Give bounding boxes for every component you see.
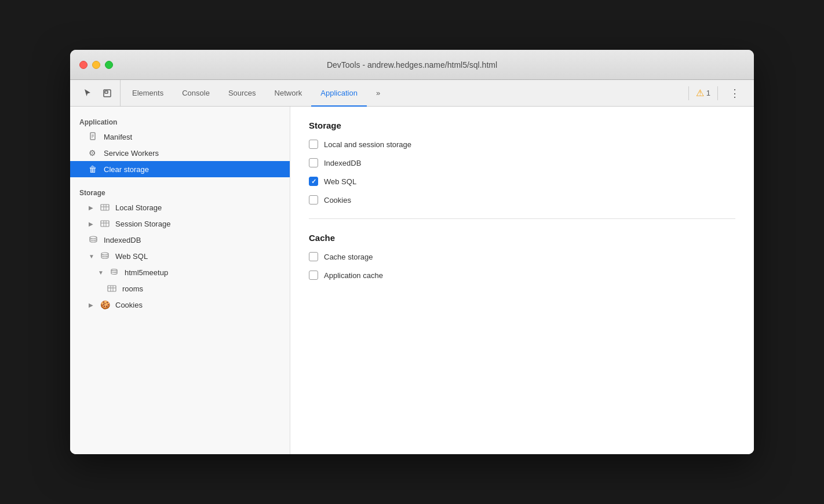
svg-rect-17 [108,286,116,291]
toolbar-divider [688,86,689,100]
cache-section: Cache Cache storage Application cache [309,218,735,280]
indexeddb-label: IndexedDB [104,236,141,244]
web-sql-item[interactable]: Web SQL [309,177,735,186]
cache-storage-label: Cache storage [324,253,373,261]
sidebar-item-cookies[interactable]: ▶ 🍪 Cookies [70,297,290,313]
indexeddb-label: IndexedDB [324,159,361,167]
toolbar-divider2 [717,86,718,100]
clear-storage-label: Clear storage [104,165,149,174]
web-sql-label: Web SQL [324,177,356,186]
sidebar: Application Manifest ⚙ Service Workers [70,107,290,454]
more-options-button[interactable]: ⋮ [725,85,745,102]
traffic-lights [79,61,113,69]
minimize-button[interactable] [92,61,100,69]
cursor-icon[interactable] [79,85,96,101]
nav-tabs: Elements Console Sources Network Applica… [123,80,681,106]
expand-arrow-local-storage: ▶ [89,204,96,211]
toolbar-icon-group [75,80,121,106]
rooms-label: rooms [122,284,143,293]
tab-elements[interactable]: Elements [123,81,173,107]
maximize-button[interactable] [105,61,113,69]
manifest-label: Manifest [104,133,132,141]
tab-more[interactable]: » [367,81,389,107]
window-title: DevTools - andrew.hedges.name/html5/sql.… [327,60,497,70]
sidebar-item-manifest[interactable]: Manifest [70,129,290,145]
sidebar-storage-section-label: Storage [70,184,290,199]
trash-icon: 🗑 [89,165,99,174]
warning-icon: ⚠ [696,87,704,98]
sidebar-item-clear-storage[interactable]: 🗑 Clear storage [70,161,290,177]
svg-point-14 [90,236,97,239]
table-icon-session [100,219,111,228]
svg-rect-1 [105,91,108,93]
cookies-label: Cookies [324,196,351,204]
content-panel: Storage Local and session storage Indexe… [290,107,754,454]
sidebar-item-html5meetup[interactable]: ▼ html5meetup [70,264,290,280]
db-icon-indexed [89,235,99,244]
app-cache-checkbox[interactable] [309,271,318,280]
tab-application[interactable]: Application [311,81,367,107]
html5meetup-label: html5meetup [125,268,168,277]
local-storage-label: Local Storage [115,203,162,212]
db-icon-websql [100,251,111,261]
expand-arrow-html5meetup: ▼ [98,269,105,276]
sidebar-application-section-label: Application [70,114,290,129]
sidebar-item-rooms[interactable]: rooms [70,280,290,297]
cookies-checkbox[interactable] [309,195,318,204]
local-session-storage-item[interactable]: Local and session storage [309,140,735,149]
cache-section-title: Cache [309,233,735,243]
table-icon-rooms [107,284,118,293]
devtools-window: DevTools - andrew.hedges.name/html5/sql.… [70,50,754,454]
gear-icon: ⚙ [89,148,99,158]
sidebar-item-web-sql[interactable]: ▼ Web SQL [70,248,290,264]
db-icon-html5meetup [110,268,120,277]
toolbar: Elements Console Sources Network Applica… [70,80,754,107]
tab-network[interactable]: Network [265,81,312,107]
local-session-storage-checkbox[interactable] [309,140,318,149]
cookies-item[interactable]: Cookies [309,195,735,204]
web-sql-label: Web SQL [115,252,148,261]
local-session-storage-label: Local and session storage [324,140,411,149]
service-workers-label: Service Workers [104,149,159,158]
tab-sources[interactable]: Sources [219,81,265,107]
indexeddb-item[interactable]: IndexedDB [309,158,735,167]
web-sql-checkbox[interactable] [309,177,318,186]
warning-count: 1 [706,89,710,97]
cache-storage-item[interactable]: Cache storage [309,252,735,261]
sidebar-item-indexeddb[interactable]: IndexedDB [70,232,290,248]
sidebar-item-service-workers[interactable]: ⚙ Service Workers [70,145,290,161]
table-icon-local [100,203,111,212]
warning-badge[interactable]: ⚠ 1 [696,87,710,98]
close-button[interactable] [79,61,87,69]
svg-rect-6 [101,204,109,210]
svg-point-15 [101,253,108,255]
cookie-icon: 🍪 [100,300,111,309]
main-content: Application Manifest ⚙ Service Workers [70,107,754,454]
inspect-icon[interactable] [99,85,115,101]
storage-section: Storage Local and session storage Indexe… [309,120,735,204]
sidebar-item-local-storage[interactable]: ▶ Local Storage [70,199,290,216]
indexeddb-checkbox[interactable] [309,158,318,167]
svg-point-16 [111,269,117,271]
toolbar-right: ⚠ 1 ⋮ [681,80,749,106]
expand-arrow-web-sql: ▼ [89,253,96,260]
manifest-icon [89,132,99,141]
expand-arrow-session-storage: ▶ [89,221,96,227]
svg-rect-10 [101,221,109,227]
tab-console[interactable]: Console [173,81,219,107]
storage-section-title: Storage [309,120,735,130]
cache-storage-checkbox[interactable] [309,252,318,261]
cookies-label: Cookies [115,301,143,309]
session-storage-label: Session Storage [115,220,170,228]
sidebar-item-session-storage[interactable]: ▶ Session Storage [70,216,290,232]
app-cache-item[interactable]: Application cache [309,271,735,280]
expand-arrow-cookies: ▶ [89,302,96,308]
title-bar: DevTools - andrew.hedges.name/html5/sql.… [70,50,754,80]
app-cache-label: Application cache [324,271,383,280]
